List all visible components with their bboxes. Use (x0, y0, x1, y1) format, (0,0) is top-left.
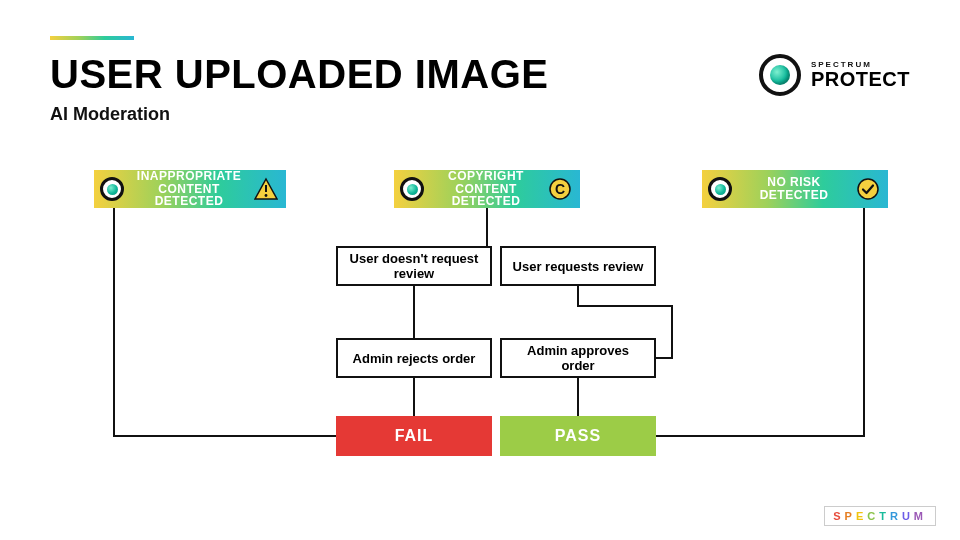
result-fail: FAIL (336, 416, 492, 456)
banner-label: COPYRIGHT CONTENT DETECTED (432, 170, 540, 208)
banner-label: NO RISK DETECTED (740, 176, 848, 201)
warning-icon (254, 177, 278, 201)
box-user-no-review: User doesn't request review (336, 246, 492, 286)
brand-word: PROTECT (811, 69, 910, 89)
brand-mark-icon (400, 177, 424, 201)
footer-logo-spectrum: SPECTRUM (824, 506, 936, 526)
banner-label: INAPPROPRIATE CONTENT DETECTED (132, 170, 246, 208)
brand-lockup: SPECTRUM PROTECT (759, 54, 910, 96)
copyright-icon: C (548, 177, 572, 201)
svg-point-9 (858, 179, 878, 199)
page-subtitle: AI Moderation (50, 104, 170, 125)
banner-copyright: COPYRIGHT CONTENT DETECTED C (394, 170, 580, 208)
brand-mark-icon (759, 54, 801, 96)
result-pass: PASS (500, 416, 656, 456)
brand-mark-icon (100, 177, 124, 201)
accent-bar (50, 36, 134, 40)
banner-inappropriate: INAPPROPRIATE CONTENT DETECTED (94, 170, 286, 208)
box-admin-reject: Admin rejects order (336, 338, 492, 378)
brand-mark-icon (708, 177, 732, 201)
box-admin-approve: Admin approves order (500, 338, 656, 378)
page-title: USER UPLOADED IMAGE (50, 52, 548, 97)
svg-point-6 (265, 194, 268, 197)
box-user-req-review: User requests review (500, 246, 656, 286)
banner-no-risk: NO RISK DETECTED (702, 170, 888, 208)
svg-text:C: C (555, 181, 565, 197)
check-circle-icon (856, 177, 880, 201)
